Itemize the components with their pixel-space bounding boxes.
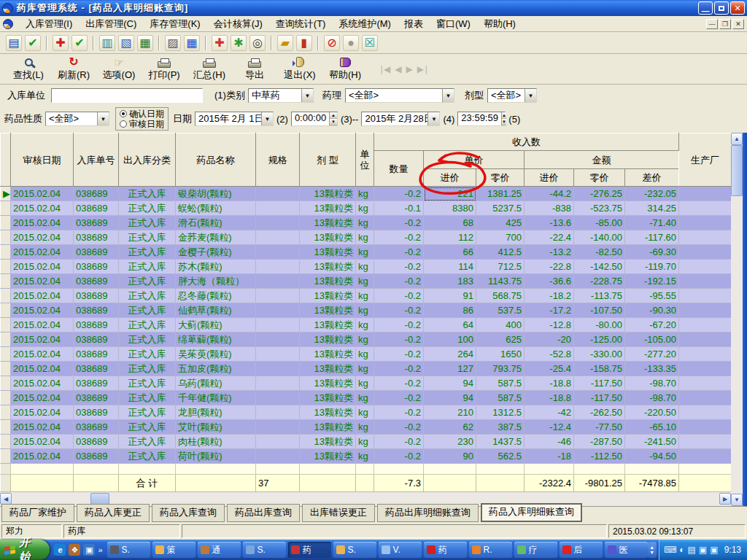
row-selector[interactable]	[1, 216, 11, 230]
refresh-button[interactable]: ↻ 刷新(R)	[51, 55, 96, 83]
chevron-down-icon[interactable]: ▼	[301, 89, 313, 102]
menu-item[interactable]: 窗口(W)	[430, 16, 477, 32]
col-amount-retail[interactable]: 零价	[574, 169, 625, 187]
clipboard-icon[interactable]: ▥	[99, 35, 115, 51]
start-button[interactable]: 开始	[0, 540, 50, 560]
mdi-close-icon[interactable]: ✕	[732, 19, 744, 29]
row-selector[interactable]	[1, 230, 11, 245]
restore-icon[interactable]	[714, 1, 729, 15]
confirm-date-radio[interactable]: 确认日期	[120, 109, 164, 119]
table-row[interactable]: 2015.02.04038689正式入库忍冬藤(颗粒)13颗粒类kg-0.291…	[1, 289, 732, 303]
horizontal-scroll-thumb[interactable]	[90, 493, 109, 505]
hand-tool-icon[interactable]: ❖	[69, 544, 80, 556]
minimize-icon[interactable]: —	[698, 1, 713, 15]
audit-date-radio[interactable]: 审核日期	[120, 119, 164, 129]
scroll-left-icon[interactable]: ◀	[0, 493, 12, 505]
taskbar-button[interactable]: V.	[379, 542, 422, 558]
row-selector[interactable]	[1, 245, 11, 260]
col-quantity[interactable]: 数量	[374, 151, 424, 187]
row-selector[interactable]	[1, 420, 11, 435]
table-row[interactable]: 2015.02.04038689正式入库艾叶(颗粒)13颗粒类kg-0.2623…	[1, 420, 732, 435]
chevron-down-icon[interactable]: ▼	[525, 89, 536, 102]
taskbar-button[interactable]: 后	[560, 542, 603, 558]
row-selector[interactable]	[1, 405, 11, 420]
view-tab[interactable]: 药品厂家维护	[1, 504, 74, 522]
taskbar-button[interactable]: S.	[333, 542, 376, 558]
network-2-icon[interactable]: ▣	[710, 545, 718, 555]
scroll-up-icon[interactable]: ▲	[731, 133, 743, 145]
view-tab[interactable]: 药品出库查询	[227, 504, 300, 522]
tray-chevron-icon[interactable]: ▲▼	[648, 542, 657, 558]
view-tab[interactable]: 出库错误更正	[302, 504, 375, 522]
table-row[interactable]: 2015.02.04038689正式入库胖大海（颗粒）13颗粒类kg-0.218…	[1, 274, 732, 289]
taskbar-button[interactable]: R.	[469, 542, 512, 558]
menu-item[interactable]: 查询统计(T)	[269, 16, 333, 32]
help-button[interactable]: 帮助(H)	[322, 55, 368, 83]
search-data-icon[interactable]: ✱	[231, 35, 247, 51]
summarize-button[interactable]: 汇总(H)	[187, 55, 232, 83]
chevron-down-icon[interactable]: ▼	[261, 112, 273, 125]
taskbar-button[interactable]: 药	[288, 542, 331, 558]
col-spec[interactable]: 规格	[256, 133, 300, 187]
next-record-icon[interactable]: ▶	[406, 64, 411, 74]
dosage-select[interactable]: <全部> ▼	[487, 88, 537, 103]
export-button[interactable]: 导出	[232, 55, 277, 83]
menu-item[interactable]: 入库管理(I)	[19, 16, 79, 32]
table-row[interactable]: 2015.02.04038689正式入库五加皮(颗粒)13颗粒类kg-0.212…	[1, 362, 732, 376]
archive-folder-icon[interactable]: ▰	[277, 35, 293, 51]
confirm-record-icon[interactable]: ✔	[71, 35, 88, 51]
table-row[interactable]: ▶2015.02.04038689正式入库银柴胡(颗粒)13颗粒类kg-0.22…	[1, 187, 732, 201]
time-from-spinner[interactable]: 0:00:00 ▲▼	[291, 112, 338, 126]
scroll-down-icon[interactable]: ▼	[731, 494, 743, 506]
table-row[interactable]: 2015.02.04038689正式入库肉桂(颗粒)13颗粒类kg-0.2230…	[1, 435, 732, 449]
menu-item[interactable]: 报表	[398, 16, 430, 32]
media-app-icon[interactable]: ▣	[83, 544, 95, 556]
col-audit-date[interactable]: 审核日期	[11, 133, 74, 187]
magnifier-icon[interactable]: ◎	[249, 35, 266, 51]
table-row[interactable]: 2015.02.04038689正式入库吴茱萸(颗粒)13颗粒类kg-0.226…	[1, 347, 732, 362]
taskbar-button[interactable]: 策	[152, 542, 196, 558]
thermometer-icon[interactable]: ▮	[296, 35, 312, 51]
exit-button[interactable]: 退出(X)	[277, 55, 322, 83]
row-selector[interactable]	[1, 289, 11, 303]
menu-item[interactable]: 系统维护(M)	[332, 16, 398, 32]
ie-icon[interactable]: e	[54, 544, 66, 556]
taskbar-button[interactable]: 通	[198, 542, 241, 558]
edit-sheet-icon[interactable]: ▧	[118, 35, 134, 51]
close-grid-icon[interactable]: ☒	[362, 35, 378, 51]
options-button[interactable]: ☞ 选项(O)	[96, 55, 142, 83]
row-selector[interactable]	[1, 449, 11, 464]
table-row[interactable]: 2015.02.04038689正式入库滑石(颗粒)13颗粒类kg-0.2684…	[1, 216, 732, 230]
stamp-icon[interactable]: ●	[343, 35, 359, 51]
row-selector[interactable]	[1, 391, 11, 405]
row-selector[interactable]	[1, 318, 11, 332]
view-tab[interactable]: 药品入库更正	[77, 504, 150, 522]
col-dosage[interactable]: 剂 型	[300, 133, 356, 187]
inbound-unit-input[interactable]	[51, 88, 203, 103]
col-amount-purchase[interactable]: 进价	[525, 169, 574, 187]
col-manufacturer[interactable]: 生产厂	[679, 133, 732, 187]
view-tab[interactable]: 药品出库明细账查询	[377, 504, 479, 522]
scroll-right-icon[interactable]: ▶	[719, 493, 731, 505]
drug-property-select[interactable]: <全部> ▼	[45, 112, 109, 126]
network-1-icon[interactable]: ▣	[699, 545, 707, 555]
col-amount-diff[interactable]: 差价	[625, 169, 679, 187]
spinner-arrows-icon[interactable]: ▲▼	[329, 112, 337, 125]
menu-item[interactable]: 出库管理(C)	[79, 16, 143, 32]
table-row[interactable]: 2015.02.04038689正式入库千年健(颗粒)13颗粒类kg-0.294…	[1, 391, 732, 405]
row-selector[interactable]	[1, 303, 11, 318]
data-table-icon[interactable]: ▦	[184, 35, 200, 51]
col-drug-name[interactable]: 药品名称	[176, 133, 256, 187]
menu-item[interactable]: 库存管理(K)	[143, 16, 206, 32]
add-record-icon[interactable]: ✚	[53, 35, 69, 51]
menu-item[interactable]: 会计核算(J)	[207, 16, 269, 32]
close-icon[interactable]: ✕	[730, 1, 745, 15]
taskbar-button[interactable]: S.	[243, 542, 286, 558]
chevron-down-icon[interactable]: ▼	[427, 112, 439, 125]
table-row[interactable]: 2015.02.04038689正式入库苏木(颗粒)13颗粒类kg-0.2114…	[1, 260, 732, 274]
row-selector[interactable]	[1, 376, 11, 391]
time-to-spinner[interactable]: 23:59:59 ▲▼	[457, 112, 506, 126]
quick-launch-more-icon[interactable]: »	[98, 545, 102, 554]
vertical-scrollbar[interactable]: ▲ ▼	[731, 133, 743, 506]
row-selector[interactable]	[1, 274, 11, 289]
